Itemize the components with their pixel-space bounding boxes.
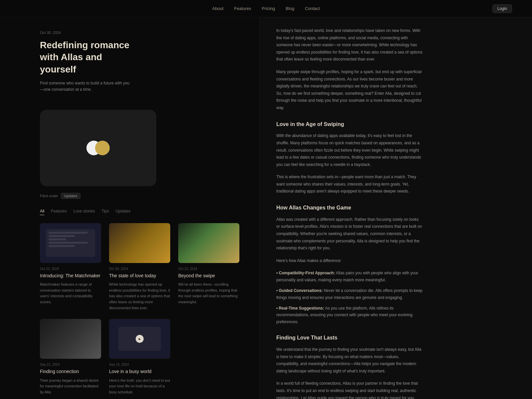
blog-card-busy[interactable]: ▶ Sep 15, 2024 Love in a busy world Here… bbox=[109, 319, 170, 395]
blog-card-img-swipe bbox=[178, 223, 239, 263]
article-h2-changes: How Allas Changes the Game bbox=[276, 204, 423, 211]
blog-card-connection[interactable]: Sep 21, 2024 Finding connection Their jo… bbox=[40, 319, 101, 395]
hero-post: Oct 30, 2024 Redefining romance with All… bbox=[0, 17, 259, 110]
blog-card-img-busy: ▶ bbox=[109, 319, 170, 359]
filter-features[interactable]: Features bbox=[51, 209, 66, 215]
card-5-excerpt: Here's the truth: you don't need to put … bbox=[109, 378, 170, 395]
bullet-3: • Real-Time Suggestions: As you use the … bbox=[276, 305, 423, 325]
article-h2-lasting: Finding Love That Lasts bbox=[276, 334, 423, 341]
article-lasting-p1: We understand that the journey to findin… bbox=[276, 346, 423, 375]
card-2-date: Oct 30, 2024 bbox=[109, 267, 170, 271]
article-body: In today's fast-paced world, love and re… bbox=[276, 27, 423, 399]
hero-post-date: Oct 30, 2024 bbox=[40, 31, 239, 35]
article-changes-intro: Here's how Allas makes a difference: bbox=[276, 257, 423, 265]
main-container: Oct 30, 2024 Redefining romance with All… bbox=[0, 17, 532, 399]
filter-tips[interactable]: Tips bbox=[101, 209, 109, 215]
matchmaker-mock-ui bbox=[46, 229, 95, 257]
mock-line-2 bbox=[49, 235, 75, 237]
bullet-1-label: • Compatibility-First Approach: bbox=[276, 271, 335, 275]
mock-line-5 bbox=[49, 245, 75, 247]
bullet-2: • Guided Conversations: Never let a conv… bbox=[276, 287, 423, 301]
article-swiping-p1: With the abundance of dating apps availa… bbox=[276, 132, 423, 168]
mock-line-1 bbox=[49, 232, 88, 234]
mock-line-4 bbox=[49, 242, 88, 244]
play-button-icon: ▶ bbox=[136, 335, 144, 343]
busy-mock-ui: ▶ bbox=[118, 327, 161, 351]
card-2-title: The state of love today bbox=[109, 273, 170, 279]
blog-area: Oct 30, 2024 Redefining romance with All… bbox=[0, 17, 259, 399]
toggle-circle-right bbox=[95, 141, 110, 155]
busy-image: ▶ bbox=[109, 319, 170, 359]
bullet-2-label: • Guided Conversations: bbox=[276, 288, 323, 293]
card-3-title: Beyond the swipe bbox=[178, 273, 239, 279]
card-4-date: Sep 21, 2024 bbox=[40, 363, 101, 366]
filter-all[interactable]: All bbox=[40, 209, 44, 215]
nav-about[interactable]: About bbox=[212, 6, 223, 11]
tag-row: Filed under Updates bbox=[0, 193, 259, 199]
filter-love-stories[interactable]: Love stories bbox=[73, 209, 95, 215]
card-2-excerpt: While technology has opened up endless p… bbox=[109, 282, 170, 311]
article-lasting-p2: In a world full of fleeting connections,… bbox=[276, 380, 423, 399]
app-toggle-icon bbox=[86, 141, 110, 155]
hero-post-title: Redefining romance with Allas and yourse… bbox=[40, 39, 133, 75]
login-button[interactable]: Login bbox=[492, 4, 512, 13]
article-changes-p1: Allas was created with a different appro… bbox=[276, 216, 423, 252]
blog-card-img-connection bbox=[40, 319, 101, 359]
updates-tag[interactable]: Updates bbox=[61, 193, 80, 199]
nav-blog[interactable]: Blog bbox=[286, 6, 294, 11]
blog-card-swipe[interactable]: Oct 23, 2024 Beyond the swipe We've all … bbox=[178, 223, 239, 311]
matchmaker-image bbox=[40, 223, 101, 263]
love-state-image bbox=[109, 223, 170, 263]
card-4-excerpt: Their journey began a shared desire for … bbox=[40, 378, 101, 395]
article-h2-swiping: Love in the Age of Swiping bbox=[276, 121, 423, 128]
article-intro-p1: In today's fast-paced world, love and re… bbox=[276, 27, 423, 63]
app-logo-card bbox=[40, 110, 156, 186]
header: About Features Pricing Blog Contact Logi… bbox=[0, 0, 532, 17]
connection-image bbox=[40, 319, 101, 359]
mock-line-3 bbox=[49, 238, 66, 240]
card-1-title: Introducing: The Matchmaker bbox=[40, 273, 101, 279]
filter-updates[interactable]: Updates bbox=[116, 209, 131, 215]
article-intro-p2: Many people swipe through profiles, hopi… bbox=[276, 68, 423, 112]
swipe-image bbox=[178, 223, 239, 263]
blog-card-love-state[interactable]: Oct 30, 2024 The state of love today Whi… bbox=[109, 223, 170, 311]
card-1-date: Oct 23, 2024 bbox=[40, 267, 101, 271]
filter-row: All Features Love stories Tips Updates bbox=[0, 209, 259, 215]
nav-pricing[interactable]: Pricing bbox=[262, 6, 275, 11]
nav-contact[interactable]: Contact bbox=[305, 6, 320, 11]
article-area: In today's fast-paced world, love and re… bbox=[259, 17, 532, 399]
nav-features[interactable]: Features bbox=[234, 6, 251, 11]
card-3-date: Oct 23, 2024 bbox=[178, 267, 239, 271]
card-5-title: Love in a busy world bbox=[109, 368, 170, 375]
blog-grid: Oct 23, 2024 Introducing: The Matchmaker… bbox=[0, 223, 259, 399]
card-4-title: Finding connection bbox=[40, 368, 101, 375]
card-1-excerpt: Matchmaker features a range of conversat… bbox=[40, 282, 101, 305]
blog-card-img-love-state bbox=[109, 223, 170, 263]
filed-under-label: Filed under bbox=[40, 194, 58, 198]
article-bullets: • Compatibility-First Approach: Allas pa… bbox=[276, 270, 423, 325]
blog-card-matchmaker[interactable]: Oct 23, 2024 Introducing: The Matchmaker… bbox=[40, 223, 101, 311]
hero-post-subtitle: Find someone who wants to build a future… bbox=[40, 80, 133, 93]
blog-card-img-matchmaker bbox=[40, 223, 101, 263]
card-3-excerpt: We've all been there—scrolling through e… bbox=[178, 282, 239, 305]
article-swiping-p2: This is where the frustration sets in—pe… bbox=[276, 174, 423, 195]
nav: About Features Pricing Blog Contact bbox=[212, 6, 320, 11]
bullet-1: • Compatibility-First Approach: Allas pa… bbox=[276, 270, 423, 283]
bullet-3-label: • Real-Time Suggestions: bbox=[276, 306, 324, 311]
card-5-date: Sep 15, 2024 bbox=[109, 363, 170, 366]
